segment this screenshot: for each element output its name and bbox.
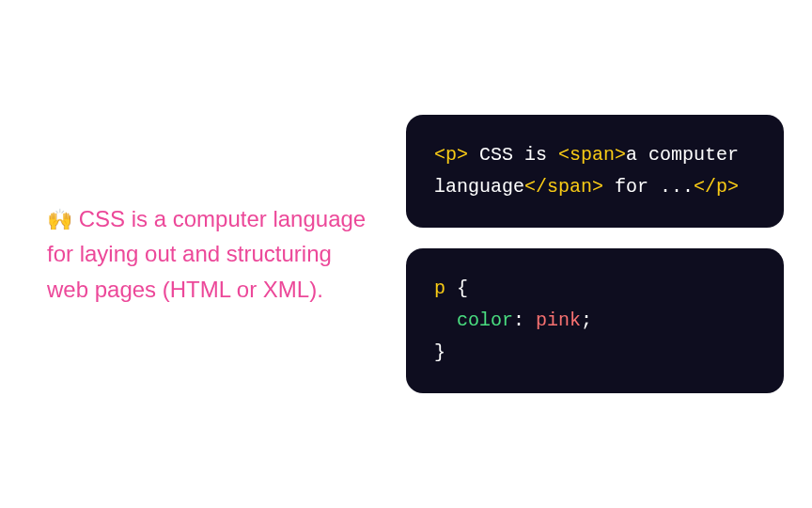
css-selector: p bbox=[434, 278, 445, 299]
html-code-block: <p> CSS is <span>a computer language</sp… bbox=[406, 115, 784, 228]
close-brace: } bbox=[434, 341, 445, 363]
html-text-3: for ... bbox=[603, 176, 694, 198]
css-code-block: p { color: pink; } bbox=[406, 248, 784, 393]
colon: : bbox=[513, 310, 536, 331]
close-p-tag: </p> bbox=[694, 176, 739, 198]
description-text: 🙌 CSS is a computer language for laying … bbox=[47, 201, 378, 307]
open-span-tag: <span> bbox=[558, 144, 626, 166]
close-span-tag: </span> bbox=[524, 176, 603, 198]
semicolon: ; bbox=[581, 310, 592, 331]
css-value: pink bbox=[536, 310, 581, 331]
indent bbox=[434, 310, 457, 331]
raising-hands-icon: 🙌 bbox=[47, 208, 72, 231]
description-panel: 🙌 CSS is a computer language for laying … bbox=[28, 201, 378, 307]
html-text-1: CSS is bbox=[468, 144, 558, 166]
open-brace: { bbox=[445, 278, 468, 299]
description-body: CSS is a computer language for laying ou… bbox=[47, 206, 366, 301]
code-panel: <p> CSS is <span>a computer language</sp… bbox=[406, 115, 784, 393]
css-property: color bbox=[457, 310, 513, 331]
open-p-tag: <p> bbox=[434, 144, 468, 166]
